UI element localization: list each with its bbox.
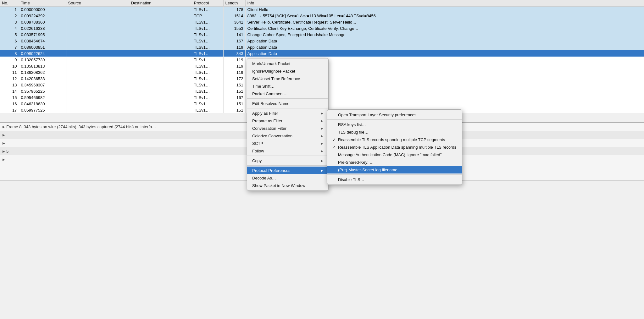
arrow-prepare-filter: ▶ (321, 119, 323, 123)
submenu-item-tls-debug[interactable]: TLS debug file… (327, 128, 462, 136)
table-cell: TLSv1… (192, 44, 223, 50)
table-cell (129, 94, 192, 101)
submenu-separator-1 (327, 119, 462, 120)
menu-item-edit-resolved[interactable]: Edit Resolved Name (247, 100, 328, 107)
table-cell: 119 (223, 63, 245, 69)
menu-item-follow[interactable]: Follow ▶ (247, 147, 328, 155)
menu-item-mark-unmark[interactable]: Mark/Unmark Packet (247, 60, 328, 67)
table-cell: 167 (223, 38, 245, 44)
table-cell (66, 88, 129, 94)
table-cell: 0.009788360 (19, 19, 66, 25)
submenu-item-reassemble-tls-appdata[interactable]: ✓ Reassemble TLS Application Data spanni… (327, 143, 462, 151)
table-cell: 13 (0, 82, 19, 88)
submenu-item-rsa-keys[interactable]: RSA keys list… (327, 121, 462, 128)
table-row[interactable]: 50.033571995TLSv1…141Change Cipher Spec,… (0, 31, 644, 38)
table-cell: 5 (0, 31, 19, 38)
menu-item-time-shift[interactable]: Time Shift… (247, 82, 328, 90)
table-cell (66, 31, 129, 38)
expand-icon-4[interactable]: ▶ (3, 150, 5, 153)
table-cell: 3 (0, 19, 19, 25)
table-cell: Application Data (245, 44, 644, 50)
table-cell (66, 19, 129, 25)
table-row[interactable]: 30.009788360TLSv1…3641Server Hello, Cert… (0, 19, 644, 25)
menu-label-decode-as: Decode As… (252, 176, 276, 180)
menu-item-apply-filter[interactable]: Apply as Filter ▶ (247, 109, 328, 117)
menu-label-protocol-preferences: Protocol Preferences (252, 168, 290, 173)
table-cell: TLSv1… (192, 69, 223, 75)
table-cell: Application Data (245, 38, 644, 44)
table-cell (66, 13, 129, 19)
menu-item-colorize-conversation[interactable]: Colorize Conversation ▶ (247, 132, 328, 140)
expand-icon-2[interactable]: ▶ (3, 133, 5, 137)
table-cell: 0.135813813 (19, 63, 66, 69)
table-cell: TLSv1… (192, 75, 223, 82)
table-row[interactable]: 80.098022624TLSv1…343Application Data (0, 50, 644, 57)
table-row[interactable]: 40.022616338TLSv1…1553Certificate, Clien… (0, 25, 644, 31)
submenu-item-open-tls-prefs[interactable]: Open Transport Layer Security preference… (327, 111, 462, 118)
table-cell: 3641 (223, 19, 245, 25)
submenu-label-disable-tls: Disable TLS… (338, 177, 364, 182)
table-row[interactable]: 60.038454674TLSv1…167Application Data (0, 38, 644, 44)
submenu-item-master-secret-log[interactable]: (Pre)-Master-Secret log filename… (327, 166, 462, 173)
submenu-item-disable-tls[interactable]: Disable TLS… (327, 176, 462, 183)
table-cell: 1553 (223, 25, 245, 31)
menu-label-set-unset-time: Set/Unset Time Reference (252, 76, 300, 81)
table-cell (66, 50, 129, 57)
table-cell (66, 25, 129, 31)
table-cell (66, 6, 129, 13)
detail-text-1: Frame 8: 343 bytes on wire (2744 bits), … (6, 124, 156, 129)
table-cell: 0.846318630 (19, 101, 66, 107)
table-cell: 11 (0, 69, 19, 75)
submenu-item-pre-shared-key[interactable]: Pre-Shared-Key: … (327, 158, 462, 166)
menu-item-ignore-unignore[interactable]: Ignore/Unignore Packet (247, 67, 328, 75)
table-cell: 119 (223, 44, 245, 50)
col-header-info: Info (245, 0, 644, 6)
table-cell: 8883 → 55754 [ACK] Seq=1 Ack=113 Win=105… (245, 13, 644, 19)
submenu-item-reassemble-tls-records[interactable]: ✓ Reassemble TLS records spanning multip… (327, 136, 462, 143)
menu-item-conversation-filter[interactable]: Conversation Filter ▶ (247, 124, 328, 132)
expand-icon-3[interactable]: ▶ (3, 141, 5, 145)
expand-icon-5[interactable]: ▶ (3, 158, 5, 161)
expand-icon-1[interactable]: ▶ (3, 125, 5, 129)
table-cell: 151 (223, 101, 245, 107)
arrow-apply-filter: ▶ (321, 112, 323, 115)
table-cell: TCP (192, 13, 223, 19)
table-cell: 2 (0, 13, 19, 19)
table-cell: 0.132857739 (19, 57, 66, 63)
submenu-label-tls-debug: TLS debug file… (338, 130, 369, 135)
table-row[interactable]: 70.086003851TLSv1…119Application Data (0, 44, 644, 50)
submenu-item-mac-ignore[interactable]: Message Authentication Code (MAC), ignor… (327, 151, 462, 158)
table-cell: TLSv1… (192, 25, 223, 31)
menu-item-packet-comment[interactable]: Packet Comment… (247, 90, 328, 97)
table-cell: 1514 (223, 13, 245, 19)
table-cell: 141 (223, 31, 245, 38)
table-cell: TLSv1… (192, 88, 223, 94)
menu-label-ignore-unignore: Ignore/Unignore Packet (252, 69, 295, 74)
table-row[interactable]: 10.000000000TLSv1…178Client Hello (0, 6, 644, 13)
table-cell (129, 44, 192, 50)
table-cell: Change Cipher Spec, Encrypted Handshake … (245, 31, 644, 38)
table-cell (129, 6, 192, 13)
table-cell: 0.038454674 (19, 38, 66, 44)
menu-item-sctp[interactable]: SCTP ▶ (247, 140, 328, 147)
menu-item-prepare-filter[interactable]: Prepare as Filter ▶ (247, 117, 328, 124)
table-cell (129, 88, 192, 94)
menu-item-set-unset-time[interactable]: Set/Unset Time Reference (247, 75, 328, 82)
menu-item-copy[interactable]: Copy ▶ (247, 157, 328, 164)
arrow-conversation-filter: ▶ (321, 127, 323, 130)
table-row[interactable]: 20.009224392TCP15148883 → 55754 [ACK] Se… (0, 13, 644, 19)
table-cell (66, 38, 129, 44)
menu-label-conversation-filter: Conversation Filter (252, 126, 286, 131)
table-cell: Application Data (245, 50, 644, 57)
table-cell: 0.000000000 (19, 6, 66, 13)
menu-item-show-packet-new-window[interactable]: Show Packet in New Window (247, 182, 328, 189)
col-header-protocol: Protocol (192, 0, 223, 6)
table-cell: 0.022616338 (19, 25, 66, 31)
table-cell: 0.357965225 (19, 88, 66, 94)
menu-item-decode-as[interactable]: Decode As… (247, 174, 328, 182)
table-cell: TLSv1… (192, 57, 223, 63)
table-cell (66, 57, 129, 63)
menu-item-protocol-preferences[interactable]: Protocol Preferences ▶ (247, 167, 328, 174)
table-cell: TLSv1… (192, 6, 223, 13)
table-cell (66, 63, 129, 69)
